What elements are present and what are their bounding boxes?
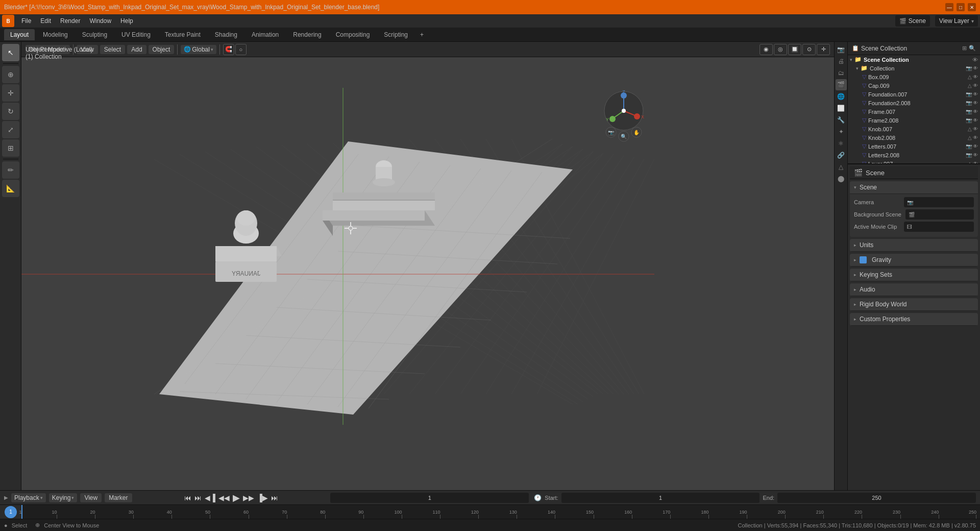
tool-transform[interactable]: ⊞ [2,139,19,157]
transform-orientation-dropdown[interactable]: 🌐 Global ▾ [181,45,216,54]
view-layer-selector[interactable]: View Layer [939,17,969,25]
outliner-fr007-eye[interactable]: 👁 [973,109,978,114]
outliner-item-knob2008[interactable]: ▽ Knob2.008 △ 👁 [848,133,980,142]
tab-add-button[interactable]: + [416,29,428,40]
tab-scripting[interactable]: Scripting [378,29,414,40]
outliner-cap009-eye[interactable]: 👁 [973,83,978,88]
tool-scale[interactable]: ⤢ [2,121,19,138]
prop-section-rigid-body-header[interactable]: ▸ Rigid Body World [850,298,978,311]
close-button[interactable]: ✕ [968,3,976,11]
tool-annotate[interactable]: ✏ [2,161,19,179]
prop-section-custom-props-header[interactable]: ▸ Custom Properties [850,313,978,326]
play-btn[interactable]: ▶ [233,492,240,503]
outliner-f007-cam[interactable]: 📷 [966,91,972,97]
outliner-l007-eye[interactable]: 👁 [973,143,978,149]
minimize-button[interactable]: — [945,3,953,11]
outliner-box009-eye-icon[interactable]: 👁 [973,74,978,80]
tool-move[interactable]: ✛ [2,84,19,102]
tab-sculpting[interactable]: Sculpting [76,29,113,40]
outliner-scene-eye[interactable]: 👁 [972,57,978,63]
outliner-eye-icon[interactable]: 👁 [973,65,978,71]
movie-clip-field[interactable]: 🎞 [904,222,974,232]
outliner-f007-eye[interactable]: 👁 [973,91,978,97]
viewport-shading-rendered[interactable]: 🔲 [788,44,801,55]
snap-toggle[interactable]: 🧲 [223,44,234,55]
tab-modeling[interactable]: Modeling [37,29,74,40]
prop-icon-object[interactable]: ⬜ [836,103,847,114]
scene-selector[interactable]: Scene [909,17,926,25]
outliner-item-frame007[interactable]: ▽ Frame.007 📷 👁 [848,107,980,116]
prop-section-gravity-header[interactable]: ▸ Gravity [850,254,978,267]
prop-section-keying-header[interactable]: ▸ Keying Sets [850,269,978,281]
outliner-camera-icon[interactable]: 📷 [966,65,972,71]
camera-field[interactable]: 📷 [904,197,974,207]
keying-dropdown[interactable]: Keying ▾ [49,493,78,502]
outliner-item-foundation2008[interactable]: ▽ Foundation2.008 📷 👁 [848,99,980,107]
outliner-f2008-cam[interactable]: 📷 [966,100,972,106]
outliner-search-icon[interactable]: 🔍 [969,45,976,52]
prop-icon-world[interactable]: 🌐 [836,91,847,102]
prop-icon-view-layer[interactable]: 🗂 [836,67,847,79]
timeline-ruler-inner[interactable]: 1 10 20 30 40 50 60 70 [21,505,980,519]
prop-icon-render[interactable]: 📷 [836,44,847,55]
frame-indicator[interactable]: 1 [5,506,17,518]
tool-measure[interactable]: 📐 [2,180,19,197]
prop-icon-output[interactable]: 🖨 [836,56,847,67]
menu-file[interactable]: File [17,16,35,26]
outliner-k2008-eye[interactable]: 👁 [973,135,978,140]
start-frame-input[interactable]: 1 [561,493,760,503]
prop-section-audio-header[interactable]: ▸ Audio [850,283,978,296]
menu-render[interactable]: Render [56,16,84,26]
prop-icon-particles[interactable]: ✦ [836,126,847,137]
outliner-fr2008-cam[interactable]: 📷 [966,117,972,123]
playback-dropdown[interactable]: Playback ▾ [11,493,46,502]
object-mode-dropdown[interactable]: Object Mode ▾ [26,45,70,54]
tab-compositing[interactable]: Compositing [330,29,376,40]
header-view[interactable]: View [77,45,98,54]
header-select[interactable]: Select [100,45,125,54]
tab-texture-paint[interactable]: Texture Paint [159,29,207,40]
jump-end-btn[interactable]: ⏭ [271,494,278,502]
timeline-marker-btn[interactable]: Marker [105,493,132,502]
frame-fwd-btn[interactable]: ▶▶ [243,494,254,502]
outliner-item-cap009[interactable]: ▽ Cap.009 △ 👁 [848,81,980,90]
prop-icon-constraints[interactable]: 🔗 [836,150,847,161]
outliner-lv007-eye[interactable]: 👁 [973,161,978,164]
viewport-shading-material[interactable]: ◎ [774,44,787,55]
step-fwd-btn[interactable]: ▐▶ [257,494,268,502]
viewport-shading-solid[interactable]: ◉ [760,44,773,55]
outliner-item-foundation007[interactable]: ▽ Foundation.007 📷 👁 [848,90,980,99]
tool-select[interactable]: ↖ [2,44,19,61]
jump-start-btn[interactable]: ⏮ [184,494,191,502]
tool-cursor[interactable]: ⊕ [2,66,19,83]
blender-logo[interactable]: B [2,15,14,27]
outliner-item-letters007[interactable]: ▽ Letters.007 📷 👁 [848,142,980,151]
outliner-filter-icon[interactable]: ⊞ [962,45,967,52]
header-object[interactable]: Object [149,45,175,54]
header-add[interactable]: Add [127,45,146,54]
tab-uv-editing[interactable]: UV Editing [115,29,157,40]
outliner-k2008-tri[interactable]: △ [968,135,972,140]
outliner-l007-cam[interactable]: 📷 [966,143,972,149]
outliner-item-frame2008[interactable]: ▽ Frame2.008 📷 👁 [848,116,980,125]
outliner-item-box009[interactable]: ▽ Box.009 △ 👁 [848,73,980,81]
current-frame-input[interactable]: 1 [330,493,529,503]
bg-scene-field[interactable]: 🎬 [905,209,974,220]
prop-icon-material[interactable]: ⬤ [836,173,847,184]
outliner-k007-tri[interactable]: △ [968,126,972,132]
tab-rendering[interactable]: Rendering [287,29,327,40]
maximize-button[interactable]: □ [957,3,965,11]
outliner-collection[interactable]: ▾ 📁 Collection 📷 👁 [848,64,980,73]
outliner-item-letters2008[interactable]: ▽ Letters2.008 📷 👁 [848,151,980,159]
outliner-fr2008-eye[interactable]: 👁 [973,117,978,123]
playhead[interactable] [21,505,22,519]
timeline-ruler[interactable]: 1 1 10 20 30 40 50 60 [0,504,980,519]
end-frame-input[interactable]: 250 [777,493,976,503]
prop-icon-data[interactable]: △ [836,161,847,173]
gravity-checkbox[interactable] [860,256,867,263]
prop-icon-scene[interactable]: 🎬 [836,79,847,90]
jump-back-btn[interactable]: ⏭ [194,494,202,502]
viewport-overlays[interactable]: ⊙ [802,44,816,55]
step-back-btn[interactable]: ◀▐ [205,494,215,502]
frame-back-btn[interactable]: ◀◀ [218,494,230,502]
